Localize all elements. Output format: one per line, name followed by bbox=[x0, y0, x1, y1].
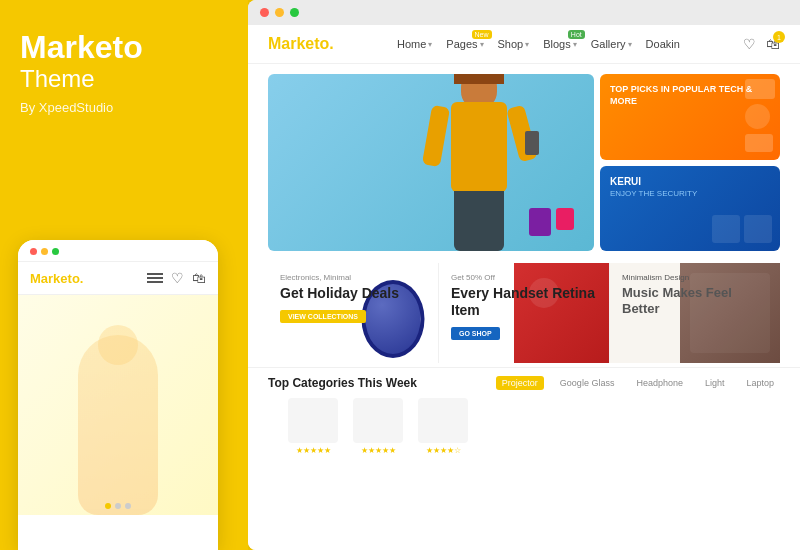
promo-holiday-tag: Electronics, Minimal bbox=[280, 273, 399, 282]
by-text: By XpeedStudio bbox=[20, 100, 228, 115]
left-panel: Marketo Theme By XpeedStudio Marketo. ♡ … bbox=[0, 0, 248, 550]
product-image-1 bbox=[288, 398, 338, 443]
promo-music-tag: Minimalism Design bbox=[622, 273, 768, 282]
browser-dot-green bbox=[290, 8, 299, 17]
heart-icon[interactable]: ♡ bbox=[171, 270, 184, 286]
hero-security-title: KERUI bbox=[610, 176, 770, 187]
mobile-nav: Marketo. ♡ 🛍 bbox=[18, 262, 218, 295]
cat-tab-laptop[interactable]: Laptop bbox=[740, 376, 780, 390]
mobile-icons: ♡ 🛍 bbox=[147, 270, 206, 286]
promo-handset-content: Get 50% Off Every Handset Retina Item GO… bbox=[451, 273, 597, 340]
product-item-2: ★★★★★ bbox=[353, 398, 403, 455]
nav-blogs-badge: Hot bbox=[568, 30, 585, 39]
mobile-mockup: Marketo. ♡ 🛍 bbox=[18, 240, 218, 550]
tech-item-device bbox=[745, 134, 773, 152]
promo-music-content: Minimalism Design Music Makes Feel Bette… bbox=[622, 273, 768, 316]
indicator-dot-2 bbox=[115, 503, 121, 509]
cart-icon[interactable]: 🛍 1 bbox=[766, 36, 780, 52]
promo-handset-btn[interactable]: GO SHOP bbox=[451, 327, 500, 340]
wishlist-icon[interactable]: ♡ bbox=[743, 36, 756, 52]
site-main: TOP PICKS IN POPULAR TECH & MORE KERUI E… bbox=[248, 64, 800, 550]
nav-home-arrow: ▾ bbox=[428, 40, 432, 49]
cat-tab-light[interactable]: Light bbox=[699, 376, 731, 390]
hero-woman-figure bbox=[419, 74, 539, 251]
product-stars-2: ★★★★★ bbox=[353, 446, 403, 455]
brand-name: Marketo Theme By XpeedStudio bbox=[20, 30, 228, 115]
cat-tab-projector[interactable]: Projector bbox=[496, 376, 544, 390]
product-item-3: ★★★★☆ bbox=[418, 398, 468, 455]
nav-shop[interactable]: Shop ▾ bbox=[498, 38, 530, 50]
browser-dot-yellow bbox=[275, 8, 284, 17]
indicator-dot-3 bbox=[125, 503, 131, 509]
browser-chrome bbox=[248, 0, 800, 25]
cart-count: 1 bbox=[773, 31, 785, 43]
nav-gallery[interactable]: Gallery ▾ bbox=[591, 38, 632, 50]
nav-doakin[interactable]: Doakin bbox=[646, 38, 680, 50]
nav-pages-badge: New bbox=[472, 30, 492, 39]
mobile-hero-figure bbox=[58, 315, 178, 515]
nav-pages[interactable]: Pages ▾ New bbox=[446, 38, 483, 50]
shopping-bags bbox=[529, 208, 574, 236]
security-items bbox=[712, 215, 772, 243]
categories-title: Top Categories This Week bbox=[268, 376, 417, 390]
browser-dot-red bbox=[260, 8, 269, 17]
product-item-1: ★★★★★ bbox=[288, 398, 338, 455]
hero-security-banner: KERUI ENJOY THE SECURITY bbox=[600, 166, 780, 252]
promo-music-title: Music Makes Feel Better bbox=[622, 285, 768, 316]
brand-title: Marketo bbox=[20, 30, 228, 65]
hero-main-inner bbox=[268, 74, 594, 251]
mobile-dot-indicator bbox=[105, 503, 131, 509]
site-logo: Marketo. bbox=[268, 35, 334, 53]
promo-handset-tag: Get 50% Off bbox=[451, 273, 597, 282]
mobile-dot-yellow bbox=[41, 248, 48, 255]
categories-tabs: Projector Google Glass Headphone Light L… bbox=[496, 376, 780, 390]
cart-icon[interactable]: 🛍 bbox=[192, 270, 206, 286]
hero-side-banners: TOP PICKS IN POPULAR TECH & MORE KERUI E… bbox=[600, 74, 780, 251]
nav-gallery-arrow: ▾ bbox=[628, 40, 632, 49]
hero-tech-banner: TOP PICKS IN POPULAR TECH & MORE bbox=[600, 74, 780, 160]
cat-tab-headphone[interactable]: Headphone bbox=[630, 376, 689, 390]
tech-item-drone bbox=[745, 104, 770, 129]
mobile-logo: Marketo. bbox=[30, 271, 83, 286]
mobile-top-bar bbox=[18, 240, 218, 262]
brand-subtitle: Theme bbox=[20, 65, 228, 94]
site-nav: Home ▾ Pages ▾ New Shop ▾ Blogs ▾ Hot bbox=[397, 38, 680, 50]
header-icons: ♡ 🛍 1 bbox=[743, 36, 780, 52]
hero-security-sub: ENJOY THE SECURITY bbox=[610, 189, 770, 198]
hero-main-banner bbox=[268, 74, 594, 251]
security-device-2 bbox=[744, 215, 772, 243]
promo-section: Electronics, Minimal Get Holiday Deals V… bbox=[248, 263, 800, 363]
promo-card-handset: Get 50% Off Every Handset Retina Item GO… bbox=[439, 263, 610, 363]
product-stars-1: ★★★★★ bbox=[288, 446, 338, 455]
nav-blogs-arrow: ▾ bbox=[573, 40, 577, 49]
security-device-1 bbox=[712, 215, 740, 243]
categories-header: Top Categories This Week Projector Googl… bbox=[268, 376, 780, 390]
nav-home[interactable]: Home ▾ bbox=[397, 38, 432, 50]
mobile-hero bbox=[18, 295, 218, 515]
hero-section: TOP PICKS IN POPULAR TECH & MORE KERUI E… bbox=[248, 64, 800, 259]
nav-blogs[interactable]: Blogs ▾ Hot bbox=[543, 38, 577, 50]
mobile-dot-green bbox=[52, 248, 59, 255]
mobile-dot-red bbox=[30, 248, 37, 255]
nav-pages-arrow: ▾ bbox=[480, 40, 484, 49]
nav-shop-arrow: ▾ bbox=[525, 40, 529, 49]
hamburger-icon[interactable] bbox=[147, 273, 163, 283]
product-image-3 bbox=[418, 398, 468, 443]
tech-items bbox=[745, 79, 775, 152]
categories-section: Top Categories This Week Projector Googl… bbox=[248, 367, 800, 459]
promo-holiday-content: Electronics, Minimal Get Holiday Deals V… bbox=[280, 273, 399, 323]
product-image-2 bbox=[353, 398, 403, 443]
cat-tab-google-glass[interactable]: Google Glass bbox=[554, 376, 621, 390]
mobile-dots bbox=[30, 248, 59, 255]
browser-panel: Marketo. Home ▾ Pages ▾ New Shop ▾ Blogs bbox=[248, 0, 800, 550]
promo-handset-title: Every Handset Retina Item bbox=[451, 285, 597, 319]
promo-card-holiday: Electronics, Minimal Get Holiday Deals V… bbox=[268, 263, 439, 363]
promo-holiday-btn[interactable]: VIEW COLLECTIONS bbox=[280, 310, 366, 323]
products-row: ★★★★★ ★★★★★ ★★★★☆ bbox=[268, 390, 780, 455]
product-stars-3: ★★★★☆ bbox=[418, 446, 468, 455]
promo-card-music: Minimalism Design Music Makes Feel Bette… bbox=[610, 263, 780, 363]
tech-item-camera bbox=[745, 79, 775, 99]
site-content: Marketo. Home ▾ Pages ▾ New Shop ▾ Blogs bbox=[248, 25, 800, 550]
promo-holiday-title: Get Holiday Deals bbox=[280, 285, 399, 302]
site-header: Marketo. Home ▾ Pages ▾ New Shop ▾ Blogs bbox=[248, 25, 800, 64]
